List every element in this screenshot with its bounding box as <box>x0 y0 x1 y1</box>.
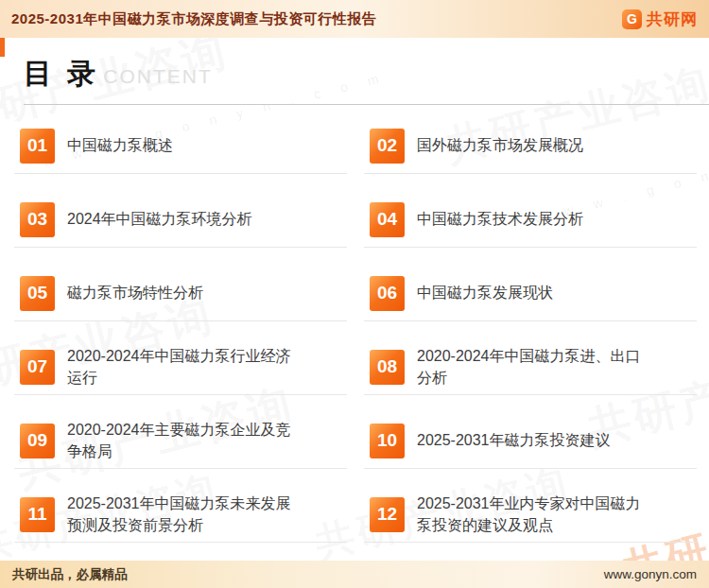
toc-item-label: 2025-2031年中国磁力泵未来发展 预测及投资前景分析 <box>67 493 291 536</box>
item-divider <box>364 320 697 321</box>
toc-heading: 目 录 CONTENT <box>0 38 709 91</box>
heading-divider <box>24 104 709 105</box>
toc-item-label: 中国磁力泵概述 <box>67 134 173 156</box>
toc-item-label: 2024年中国磁力泵环境分析 <box>67 208 252 230</box>
toc-item[interactable]: 07 2020-2024年中国磁力泵行业经济 运行 <box>14 339 347 413</box>
page-footer: 共研出品，必属精品 www.gonyn.com <box>0 561 709 588</box>
toc-item[interactable]: 12 2025-2031年业内专家对中国磁力 泵投资的建议及观点 <box>364 487 697 561</box>
toc-item-number: 04 <box>370 202 405 237</box>
toc-item-label: 2020-2024年中国磁力泵行业经济 运行 <box>67 345 291 389</box>
toc-item[interactable]: 03 2024年中国磁力泵环境分析 <box>14 192 347 266</box>
toc-item-label: 2020-2024年主要磁力泵企业及竞 争格局 <box>67 419 291 462</box>
toc-item-label: 2020-2024年中国磁力泵进、出口 分析 <box>417 345 641 389</box>
gonyn-logo[interactable]: G 共研网 <box>622 9 698 30</box>
item-divider <box>14 173 347 174</box>
item-divider <box>364 173 697 174</box>
item-divider <box>364 468 697 469</box>
toc-item[interactable]: 08 2020-2024年中国磁力泵进、出口 分析 <box>364 339 697 413</box>
toc-item-label: 中国磁力泵发展现状 <box>417 282 553 303</box>
toc-item-number: 11 <box>20 497 55 532</box>
item-divider <box>364 542 697 543</box>
item-divider <box>14 542 347 543</box>
toc-item-number: 02 <box>370 129 405 164</box>
toc-item-label: 2025-2031年磁力泵投资建议 <box>417 429 611 451</box>
toc-item[interactable]: 01 中国磁力泵概述 <box>14 118 347 192</box>
toc-item-number: 05 <box>20 276 55 311</box>
item-divider <box>14 247 347 248</box>
report-title: 2025-2031年中国磁力泵市场深度调查与投资可行性报告 <box>11 10 376 28</box>
toc-item-number: 10 <box>370 424 405 458</box>
toc-item-number: 06 <box>370 276 405 311</box>
toc-item[interactable]: 10 2025-2031年磁力泵投资建议 <box>364 413 697 487</box>
toc-item-number: 01 <box>20 129 55 164</box>
toc-item-label: 中国磁力泵技术发展分析 <box>417 208 583 230</box>
footer-url[interactable]: www.gonyn.com <box>604 567 697 581</box>
toc-item[interactable]: 05 磁力泵市场特性分析 <box>14 266 347 339</box>
toc-item[interactable]: 04 中国磁力泵技术发展分析 <box>364 192 697 266</box>
accent-stripe <box>0 38 5 57</box>
item-divider <box>364 394 697 395</box>
toc-item[interactable]: 09 2020-2024年主要磁力泵企业及竞 争格局 <box>14 413 347 487</box>
gonyn-logo-icon: G <box>622 9 642 29</box>
toc-item[interactable]: 11 2025-2031年中国磁力泵未来发展 预测及投资前景分析 <box>14 487 347 561</box>
toc-grid: 01 中国磁力泵概述 02 国外磁力泵市场发展概况 03 2024年中国磁力泵环… <box>0 118 709 561</box>
item-divider <box>14 320 347 321</box>
toc-item-label: 磁力泵市场特性分析 <box>67 282 203 303</box>
toc-item[interactable]: 06 中国磁力泵发展现状 <box>364 266 697 339</box>
item-divider <box>14 394 347 395</box>
toc-item-number: 09 <box>20 424 55 458</box>
toc-item[interactable]: 02 国外磁力泵市场发展概况 <box>364 118 697 192</box>
toc-item-label: 国外磁力泵市场发展概况 <box>417 134 583 156</box>
toc-item-number: 08 <box>370 350 405 385</box>
toc-item-number: 07 <box>20 350 55 385</box>
toc-title: 目 录 <box>24 57 99 91</box>
footer-slogan: 共研出品，必属精品 <box>12 566 128 583</box>
toc-item-number: 03 <box>20 202 55 237</box>
toc-subtitle: CONTENT <box>103 65 213 88</box>
gonyn-logo-text: 共研网 <box>647 9 698 30</box>
item-divider <box>364 247 697 248</box>
report-header: 2025-2031年中国磁力泵市场深度调查与投资可行性报告 G 共研网 <box>0 0 709 38</box>
item-divider <box>14 468 347 469</box>
toc-item-number: 12 <box>370 497 405 532</box>
toc-item-label: 2025-2031年业内专家对中国磁力 泵投资的建议及观点 <box>417 493 641 536</box>
